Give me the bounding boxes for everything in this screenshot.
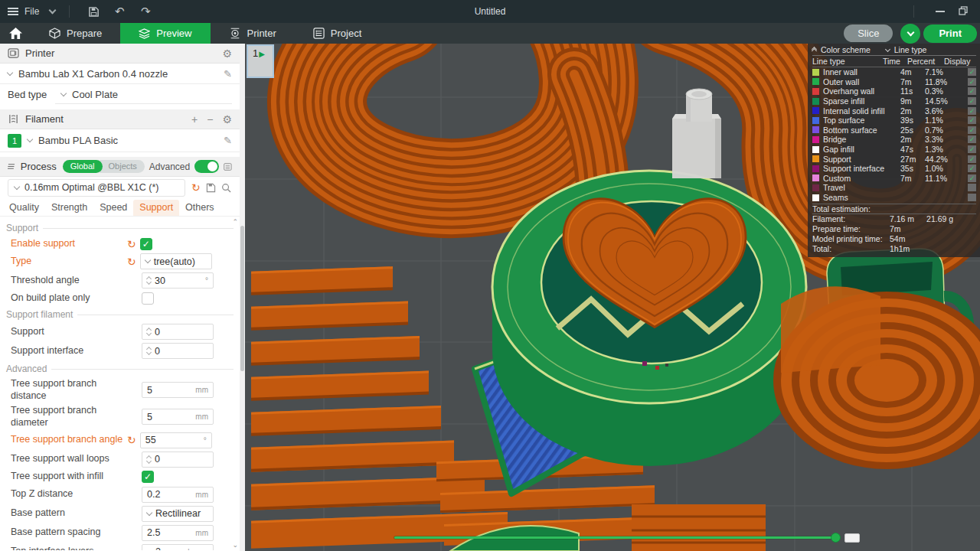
- base-pattern-spacing-input[interactable]: 2.5mm: [142, 525, 214, 541]
- advanced-toggle[interactable]: [194, 160, 219, 173]
- base-pattern-select[interactable]: Rectilinear: [142, 506, 214, 522]
- display-checkbox[interactable]: ✓: [968, 107, 976, 115]
- legend-row-overhang-wall: Overhang wall11s0.3%✓: [812, 86, 976, 96]
- tab-preview[interactable]: Preview: [120, 23, 210, 44]
- printer-preset-row[interactable]: Bambu Lab X1 Carbon 0.4 nozzle ✎: [0, 64, 240, 84]
- slice-button[interactable]: Slice: [844, 24, 893, 42]
- redo-icon[interactable]: ↷: [136, 4, 155, 19]
- slider-track[interactable]: [394, 536, 838, 539]
- save-preset-icon[interactable]: [206, 183, 216, 193]
- save-icon[interactable]: [83, 4, 103, 19]
- scrollbar-thumb[interactable]: [240, 226, 244, 371]
- edit-printer-icon[interactable]: ✎: [224, 68, 232, 80]
- add-filament-button[interactable]: +: [191, 113, 198, 126]
- display-checkbox[interactable]: ✓: [968, 145, 976, 153]
- display-checkbox[interactable]: ✓: [968, 87, 976, 95]
- spinner-arrows[interactable]: [147, 328, 151, 335]
- tree-support-branch-diameter-input[interactable]: 5mm: [142, 409, 214, 425]
- filament-preset-row[interactable]: 1 Bambu PLA Basic ✎: [0, 129, 240, 152]
- print-button[interactable]: Print: [923, 24, 977, 43]
- restore-icon[interactable]: [959, 6, 968, 18]
- home-button[interactable]: [0, 23, 31, 44]
- setting-label: Tree support branch distance: [11, 378, 127, 402]
- process-tab-quality[interactable]: Quality: [3, 200, 45, 216]
- setting-row-type: Type↻tree(auto): [0, 252, 240, 271]
- print-dropdown-button[interactable]: [900, 24, 920, 44]
- filament-slot-badge[interactable]: 1: [8, 134, 21, 148]
- edit-filament-icon[interactable]: ✎: [224, 135, 232, 146]
- slider-value-box[interactable]: [844, 533, 860, 543]
- top-z-distance-input[interactable]: 0.2mm: [142, 487, 214, 503]
- display-checkbox[interactable]: ✓: [968, 97, 976, 105]
- tree-support-with-infill-checkbox[interactable]: ✓: [142, 471, 154, 483]
- display-checkbox[interactable]: ✓: [968, 174, 976, 182]
- sidebar-scrollbar[interactable]: [240, 44, 245, 551]
- minimize-icon[interactable]: [936, 11, 945, 12]
- tree-support-branch-distance-input[interactable]: 5mm: [142, 382, 214, 398]
- display-checkbox[interactable]: ✓: [968, 135, 976, 143]
- spinner-arrows[interactable]: [147, 456, 151, 463]
- move-slider[interactable]: [394, 535, 854, 541]
- spinner-arrows[interactable]: [147, 347, 151, 354]
- process-tab-others[interactable]: Others: [179, 200, 220, 216]
- display-checkbox[interactable]: ✓: [968, 155, 976, 163]
- display-checkbox[interactable]: ✓: [968, 68, 976, 76]
- display-checkbox[interactable]: ✓: [968, 78, 976, 86]
- revert-icon[interactable]: ↻: [127, 256, 136, 267]
- settings-list-icon[interactable]: [224, 161, 232, 172]
- time-value: 7m: [900, 77, 925, 86]
- chevron-down-icon[interactable]: [49, 7, 57, 15]
- menu-icon[interactable]: [8, 8, 18, 15]
- display-checkbox[interactable]: [968, 194, 976, 201]
- scope-global-toggle[interactable]: Global: [63, 160, 103, 173]
- display-checkbox[interactable]: ✓: [968, 165, 976, 172]
- reset-preset-icon[interactable]: ↻: [191, 182, 201, 193]
- file-menu[interactable]: File: [24, 6, 39, 17]
- threshold-angle-spinner[interactable]: 30°: [142, 272, 214, 289]
- process-tab-strength[interactable]: Strength: [45, 200, 93, 216]
- undo-icon[interactable]: ↶: [109, 4, 129, 19]
- filament-settings-gear-icon[interactable]: ⚙: [222, 113, 232, 126]
- tree-support-wall-loops-spinner[interactable]: 0: [142, 452, 214, 468]
- top-interface-layers-select[interactable]: 2layers: [142, 544, 214, 551]
- setting-value: 0.2: [147, 489, 160, 500]
- tab-project[interactable]: Project: [295, 23, 380, 44]
- setting-label: Support: [11, 326, 127, 338]
- enable-support-checkbox[interactable]: ✓: [140, 238, 152, 250]
- tree-support-branch-angle-input[interactable]: 55°: [140, 432, 212, 448]
- slider-handle[interactable]: [831, 533, 841, 543]
- support-interface-spinner[interactable]: 0: [142, 343, 214, 359]
- scroll-up-icon[interactable]: ⌃: [232, 218, 238, 226]
- process-preset-select[interactable]: 0.16mm Optimal @BBL X1C (*): [8, 179, 185, 197]
- scroll-down-icon[interactable]: ⌄: [232, 541, 238, 549]
- process-tab-support[interactable]: Support: [133, 200, 179, 216]
- scope-objects-toggle[interactable]: Objects: [100, 160, 145, 173]
- display-checkbox[interactable]: ✓: [968, 126, 976, 134]
- legend-row-inner-wall: Inner wall4m7.1%✓: [812, 67, 976, 77]
- display-checkbox[interactable]: ✓: [968, 116, 976, 124]
- time-value: 7m: [900, 174, 925, 183]
- setting-value: 0: [155, 454, 160, 465]
- type-select[interactable]: tree(auto): [140, 253, 212, 269]
- bed-type-select[interactable]: Cool Plate: [55, 86, 232, 104]
- percent-value: 14.5%: [925, 96, 962, 106]
- display-checkbox[interactable]: [968, 184, 976, 191]
- chevron-down-icon: [27, 136, 33, 142]
- revert-icon[interactable]: ↻: [127, 435, 136, 445]
- remove-filament-button[interactable]: −: [207, 113, 213, 126]
- settings-scroll-area[interactable]: ⌃ SupportEnable support↻✓Type↻tree(auto)…: [0, 217, 240, 550]
- view-mode-select[interactable]: Line type: [886, 45, 927, 54]
- on-build-plate-only-checkbox[interactable]: [142, 292, 154, 305]
- process-tab-speed[interactable]: Speed: [93, 200, 133, 216]
- tab-prepare[interactable]: Prepare: [31, 23, 120, 44]
- collapse-panel-icon[interactable]: [812, 47, 816, 53]
- tab-printer[interactable]: Printer: [211, 23, 295, 44]
- revert-icon[interactable]: ↻: [127, 239, 136, 249]
- search-preset-icon[interactable]: [221, 183, 231, 193]
- spinner-arrows[interactable]: [147, 277, 151, 284]
- color-swatch: [812, 117, 819, 124]
- printer-settings-gear-icon[interactable]: ⚙: [222, 47, 232, 60]
- plate-1-thumbnail[interactable]: 1▶: [247, 44, 274, 78]
- list-icon: [313, 28, 325, 39]
- support-spinner[interactable]: 0: [142, 324, 214, 340]
